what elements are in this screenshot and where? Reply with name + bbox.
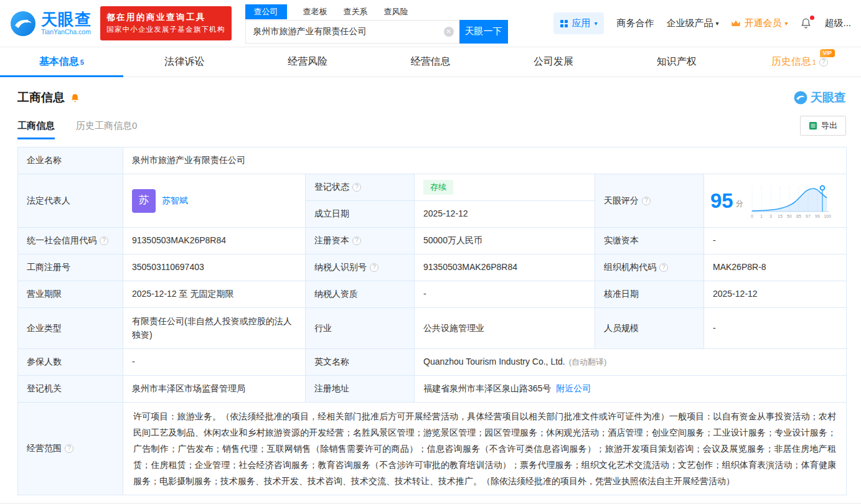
approval-date-value: 2025-12-12 (713, 287, 758, 301)
tab-operating-info[interactable]: 经营信息 (369, 47, 492, 77)
est-date-label: 成立日期 (314, 207, 349, 221)
business-term-label: 营业期限 (27, 287, 62, 301)
tab-intellectual-property[interactable]: 知识产权 (615, 47, 738, 77)
help-icon[interactable]: ? (819, 58, 828, 67)
score-label: 天眼评分 (604, 194, 639, 208)
tab-operating-risk[interactable]: 经营风险 (246, 47, 369, 77)
tab-basic-badge: 5 (80, 58, 84, 66)
tab-history-badge: 1 (812, 58, 816, 66)
table-row: 企业名称 泉州市旅游产业有限责任公司 (18, 147, 846, 174)
reg-capital-label: 注册资本 (314, 234, 349, 248)
subtab-business-info[interactable]: 工商信息 (17, 120, 55, 139)
search-input[interactable] (246, 27, 459, 37)
taxpayer-quality-value: - (423, 287, 426, 301)
apps-label: 应用 (572, 17, 590, 29)
clear-search-icon[interactable]: ✕ (444, 27, 454, 37)
org-code-label: 组织机构代码 (604, 261, 656, 274)
search-type-tabs: 查公司 查老板 查关系 查风险 (245, 4, 508, 20)
apps-grid-icon (560, 20, 568, 27)
help-icon[interactable]: ? (352, 236, 361, 245)
notifications-bell[interactable] (800, 17, 812, 29)
insured-count-value: - (132, 355, 135, 369)
top-bar: 天眼查 TianYanCha.com 都在用的商业查询工具 国家中小企业发展子基… (0, 0, 861, 47)
svg-text:0: 0 (751, 214, 753, 218)
credit-code-label: 统一社会信用代码 (27, 234, 96, 248)
paid-capital-label: 实缴资本 (604, 234, 639, 248)
tianyancha-watermark: 天眼查 (794, 90, 846, 106)
search-tab-risk[interactable]: 查风险 (384, 6, 408, 17)
table-row: 企业类型 有限责任公司(非自然人投资或控股的法人独资) 行业 公共设施管理业 人… (18, 308, 846, 349)
reg-capital-value: 50000万人民币 (423, 234, 482, 248)
help-icon[interactable]: ? (659, 263, 668, 272)
promo-line2: 国家中小企业发展子基金旗下机构 (106, 24, 225, 35)
svg-text:100: 100 (824, 214, 831, 218)
subtab-bar: 工商信息 历史工商信息0 导出 (0, 106, 861, 139)
score-value: 95 (710, 190, 733, 211)
score-distribution-chart: 0 1 3 15 50 85 97 99 100 (748, 182, 833, 220)
section-title: 工商信息 (17, 90, 65, 106)
apps-menu[interactable]: 应用 ▾ (553, 12, 604, 34)
table-row: 营业期限 2025-12-12 至 无固定期限 纳税人资质 - 核准日期 202… (18, 281, 846, 308)
legal-rep-link[interactable]: 苏智斌 (162, 194, 188, 208)
table-row: 经营范围 ? 许可项目：旅游业务。（依法须经批准的项目，经相关部门批准后方可开展… (18, 403, 846, 495)
nav-open-vip[interactable]: 开通会员 ▾ (731, 17, 788, 29)
svg-text:1: 1 (760, 214, 763, 218)
subtab-history-business-info[interactable]: 历史工商信息0 (76, 120, 137, 139)
nearby-companies-link[interactable]: 附近公司 (556, 382, 591, 396)
brand-name: 天眼查 (41, 11, 92, 28)
industry-label: 行业 (314, 322, 332, 335)
tab-company-development[interactable]: 公司发展 (492, 47, 615, 77)
promo-line1: 都在用的商业查询工具 (106, 11, 225, 24)
taxpayer-id-value: 91350503MAK26P8R84 (423, 261, 517, 274)
tianyancha-logo-icon (794, 91, 807, 105)
promo-banner: 都在用的商业查询工具 国家中小企业发展子基金旗下机构 (100, 6, 232, 40)
export-button[interactable]: 导出 (800, 116, 846, 136)
table-row: 统一社会信用代码 ? 91350503MAK26P8R84 注册资本 ? 500… (18, 228, 846, 254)
staff-size-label: 人员规模 (604, 322, 639, 335)
tab-basic-info[interactable]: 基本信息5 (0, 47, 123, 77)
svg-text:97: 97 (806, 214, 811, 218)
company-type-value: 有限责任公司(非自然人投资或控股的法人独资) (132, 315, 296, 342)
english-name-value: Quanzhou Tourism Industry Co., Ltd. (423, 355, 565, 369)
table-row: 法定代表人 苏 苏智斌 登记状态 ? 存续 成立日期 2025-12-12 天眼… (18, 174, 846, 228)
svg-text:15: 15 (778, 214, 783, 218)
status-badge: 存续 (423, 180, 453, 195)
industry-value: 公共设施管理业 (423, 322, 484, 335)
approval-date-label: 核准日期 (604, 287, 639, 301)
search-tab-boss[interactable]: 查老板 (303, 6, 327, 17)
legal-rep-avatar[interactable]: 苏 (132, 189, 156, 213)
vip-badge: VIP (820, 49, 835, 57)
search-button[interactable]: 天眼一下 (459, 20, 508, 44)
top-right-nav: 应用 ▾ 商务合作 企业级产品 ▾ 开通会员 ▾ 超级... (553, 12, 851, 34)
taxpayer-quality-label: 纳税人资质 (314, 287, 358, 301)
paid-capital-value: - (713, 234, 716, 248)
svg-text:99: 99 (815, 214, 820, 218)
chevron-down-icon: ▾ (715, 20, 718, 27)
search-tab-company[interactable]: 查公司 (245, 4, 287, 19)
help-icon[interactable]: ? (100, 236, 108, 245)
tab-legal-proceedings[interactable]: 法律诉讼 (123, 47, 247, 77)
help-icon[interactable]: ? (352, 183, 361, 192)
business-info-table: 企业名称 泉州市旅游产业有限责任公司 法定代表人 苏 苏智斌 登记状态 ? 存续… (17, 147, 847, 495)
company-section-tabs: 基本信息5 法律诉讼 经营风险 经营信息 公司发展 知识产权 VIP 历史信息1… (0, 47, 861, 77)
subscribe-bell-icon[interactable] (70, 93, 80, 103)
reg-status-label: 登记状态 (314, 180, 349, 194)
nav-enterprise-products[interactable]: 企业级产品 ▾ (666, 17, 718, 29)
user-menu[interactable]: 超级... (824, 17, 851, 29)
help-icon[interactable]: ? (65, 444, 73, 453)
tianyancha-logo[interactable]: 天眼查 TianYanCha.com (10, 11, 92, 37)
search-tab-relation[interactable]: 查关系 (344, 6, 368, 17)
notification-dot (810, 16, 814, 20)
nav-business-coop[interactable]: 商务合作 (616, 17, 654, 29)
help-icon[interactable]: ? (642, 197, 651, 205)
company-name-label: 企业名称 (27, 154, 62, 167)
table-row: 参保人数 - 英文名称 Quanzhou Tourism Industry Co… (18, 349, 846, 376)
company-name-value: 泉州市旅游产业有限责任公司 (132, 154, 245, 167)
reg-address-label: 注册地址 (314, 382, 349, 396)
tab-history-info[interactable]: VIP 历史信息1 ? (738, 47, 861, 77)
business-scope-label: 经营范围 (27, 442, 62, 455)
insured-count-label: 参保人数 (27, 355, 62, 369)
english-name-label: 英文名称 (314, 355, 349, 369)
help-icon[interactable]: ? (370, 263, 379, 272)
est-date-value: 2025-12-12 (423, 207, 468, 221)
